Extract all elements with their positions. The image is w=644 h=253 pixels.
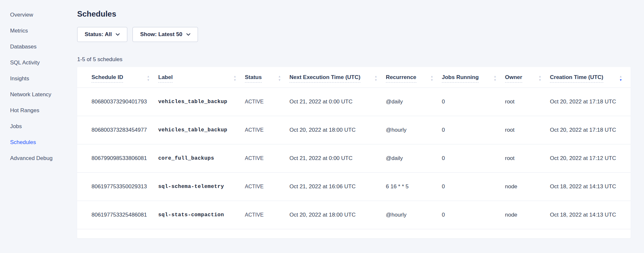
column-header-status[interactable]: Status▲▼ [245, 67, 289, 88]
cell-status: ACTIVE [245, 173, 289, 201]
cell-label: vehicles_table_backup [158, 88, 245, 116]
sidebar-item-jobs[interactable]: Jobs [10, 123, 77, 130]
column-header-creation-time[interactable]: Creation Time (UTC)▲▼ [550, 67, 631, 88]
cell-next-execution: Oct 20, 2022 at 18:00 UTC [289, 116, 386, 144]
sort-icon[interactable]: ▲▼ [147, 75, 150, 82]
cell-schedule-id: 806197753350029313 [77, 173, 158, 201]
sidebar-item-advanced-debug[interactable]: Advanced Debug [10, 155, 77, 162]
cell-owner: root [505, 116, 550, 144]
sort-icon[interactable]: ▲▼ [374, 75, 377, 82]
cell-jobs-running: 0 [442, 116, 505, 144]
sort-icon[interactable]: ▲▼ [278, 75, 281, 82]
sort-icon[interactable]: ▲▼ [233, 75, 236, 82]
chevron-down-icon [116, 33, 120, 36]
cell-next-execution: Oct 20, 2022 at 18:00 UTC [289, 201, 386, 229]
sidebar-item-overview[interactable]: Overview [10, 11, 77, 19]
cell-status: ACTIVE [245, 88, 289, 116]
cell-creation-time: Oct 20, 2022 at 17:18 UTC [550, 116, 631, 144]
cell-status: ACTIVE [245, 116, 289, 144]
status-filter-dropdown[interactable]: Status: All [77, 27, 127, 42]
table-row: 806799098533806081 core_full_backups ACT… [77, 144, 631, 173]
status-filter-label: Status: All [85, 31, 112, 38]
cell-jobs-running: 0 [442, 173, 505, 201]
cell-jobs-running: 0 [442, 144, 505, 173]
cell-next-execution: Oct 21, 2022 at 16:06 UTC [289, 173, 386, 201]
table-row: 806800373290401793 vehicles_table_backup… [77, 88, 631, 116]
cell-schedule-id: 806799098533806081 [77, 144, 158, 173]
table-header-row: Schedule ID▲▼ Label▲▼ Status▲▼ Next Exec… [77, 67, 631, 88]
show-limit-dropdown[interactable]: Show: Latest 50 [133, 27, 198, 42]
sidebar-item-databases[interactable]: Databases [10, 43, 77, 50]
cell-owner: node [505, 201, 550, 229]
sidebar-item-network-latency[interactable]: Network Latency [10, 91, 77, 98]
cell-recurrence: @daily [386, 88, 442, 116]
cell-label: sql-stats-compaction [158, 201, 245, 229]
sort-icon[interactable]: ▲▼ [430, 75, 433, 82]
cell-recurrence: @daily [386, 144, 442, 173]
schedules-table-card: Schedule ID▲▼ Label▲▼ Status▲▼ Next Exec… [77, 67, 631, 238]
column-header-next-execution[interactable]: Next Execution Time (UTC)▲▼ [289, 67, 386, 88]
cell-owner: root [505, 144, 550, 173]
cell-status: ACTIVE [245, 144, 289, 173]
cell-jobs-running: 0 [442, 88, 505, 116]
filter-bar: Status: All Show: Latest 50 [77, 27, 631, 42]
sidebar-item-insights[interactable]: Insights [10, 75, 77, 82]
cell-creation-time: Oct 18, 2022 at 14:13 UTC [550, 173, 631, 201]
column-header-recurrence[interactable]: Recurrence▲▼ [386, 67, 442, 88]
cell-schedule-id: 806800373283454977 [77, 116, 158, 144]
cell-schedule-id: 806800373290401793 [77, 88, 158, 116]
column-header-label[interactable]: Label▲▼ [158, 67, 245, 88]
cell-creation-time: Oct 20, 2022 at 17:18 UTC [550, 88, 631, 116]
cell-creation-time: Oct 18, 2022 at 14:13 UTC [550, 201, 631, 229]
column-header-schedule-id[interactable]: Schedule ID▲▼ [77, 67, 158, 88]
cell-owner: node [505, 173, 550, 201]
sidebar-item-sql-activity[interactable]: SQL Activity [10, 59, 77, 66]
sidebar-item-metrics[interactable]: Metrics [10, 27, 77, 34]
schedules-table: Schedule ID▲▼ Label▲▼ Status▲▼ Next Exec… [77, 67, 631, 229]
table-row: 806800373283454977 vehicles_table_backup… [77, 116, 631, 144]
cell-owner: root [505, 88, 550, 116]
table-row: 806197753325486081 sql-stats-compaction … [77, 201, 631, 229]
cell-next-execution: Oct 21, 2022 at 0:00 UTC [289, 144, 386, 173]
cell-label: vehicles_table_backup [158, 116, 245, 144]
sort-icon[interactable]: ▲▼ [494, 75, 497, 82]
show-limit-label: Show: Latest 50 [140, 31, 182, 38]
cell-label: sql-schema-telemetry [158, 173, 245, 201]
sort-icon[interactable]: ▲▼ [539, 75, 541, 82]
column-header-owner[interactable]: Owner▲▼ [505, 67, 550, 88]
sidebar: Overview Metrics Databases SQL Activity … [0, 0, 77, 253]
results-count: 1-5 of 5 schedules [77, 56, 631, 63]
sidebar-item-schedules[interactable]: Schedules [10, 139, 77, 146]
cell-recurrence: @hourly [386, 201, 442, 229]
chevron-down-icon [186, 33, 190, 36]
table-row: 806197753350029313 sql-schema-telemetry … [77, 173, 631, 201]
column-header-jobs-running[interactable]: Jobs Running▲▼ [442, 67, 505, 88]
cell-status: ACTIVE [245, 201, 289, 229]
cell-recurrence: @hourly [386, 116, 442, 144]
page-title: Schedules [77, 10, 631, 18]
cell-next-execution: Oct 21, 2022 at 0:00 UTC [289, 88, 386, 116]
sidebar-item-hot-ranges[interactable]: Hot Ranges [10, 107, 77, 114]
cell-recurrence: 6 16 * * 5 [386, 173, 442, 201]
sort-icon[interactable]: ▲▼ [619, 75, 622, 82]
cell-jobs-running: 0 [442, 201, 505, 229]
cell-label: core_full_backups [158, 144, 245, 173]
cell-schedule-id: 806197753325486081 [77, 201, 158, 229]
main-content: Schedules Status: All Show: Latest 50 1-… [77, 0, 631, 238]
cell-creation-time: Oct 20, 2022 at 17:12 UTC [550, 144, 631, 173]
